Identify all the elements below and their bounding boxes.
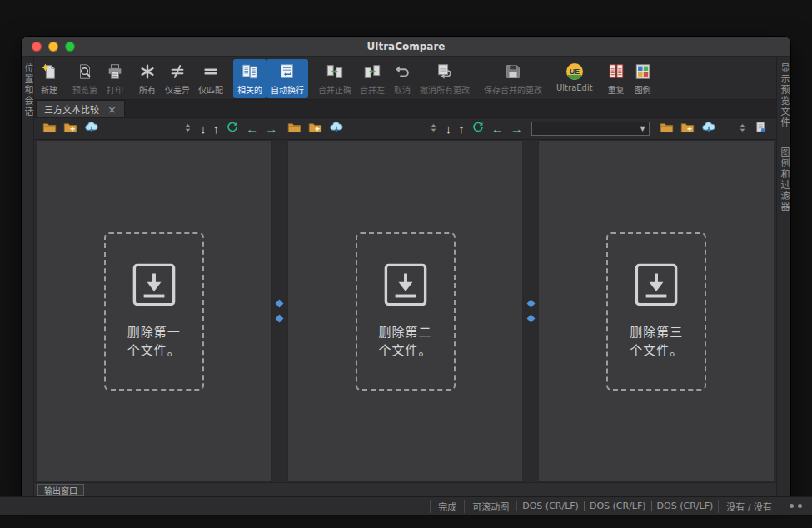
status-encodings: DOS (CR/LF) DOS (CR/LF) DOS (CR/LF) <box>516 501 718 511</box>
save-merged-changes-button[interactable]: 保存合并的更改 <box>480 59 546 98</box>
splitter-handle-icon[interactable] <box>276 300 284 308</box>
undo-icon <box>393 61 411 82</box>
page-edit-icon <box>755 121 768 137</box>
pane2-sort-button[interactable] <box>426 122 441 137</box>
matches-only-button[interactable]: 仅匹配 <box>194 59 227 98</box>
status-selection: 没有 / 没有 <box>718 500 780 513</box>
undo-all-icon <box>436 61 454 82</box>
right-arrow-icon: → <box>265 122 277 135</box>
pane3-cloud-button[interactable] <box>700 119 718 138</box>
pane2-prev-diff-button[interactable]: ↑ <box>456 122 466 136</box>
print-preview-button[interactable]: 预览第 <box>68 59 102 98</box>
pane1-prev-diff-button[interactable]: ↑ <box>212 122 222 136</box>
splitter-handle-icon[interactable] <box>276 315 284 323</box>
compare-pane-1: 删除第一 个文件。 <box>36 140 272 482</box>
pane-splitter-2[interactable] <box>523 140 538 482</box>
pane2-new-folder-button[interactable] <box>306 120 324 138</box>
pane1-merge-left-button[interactable]: ← <box>244 122 260 136</box>
dropzone-text: 删除第三 个文件。 <box>630 323 683 361</box>
dropzone-text-line1: 删除第一 <box>127 323 181 342</box>
pane1-cloud-button[interactable] <box>82 119 101 138</box>
ultraedit-button[interactable]: UE UltraEdit <box>552 59 597 98</box>
pane2-merge-right-button[interactable]: → <box>509 122 525 136</box>
merge-right-button[interactable]: 合并正确 <box>314 59 356 98</box>
rail-divider <box>780 137 788 137</box>
down-arrow-icon: ↓ <box>200 122 207 135</box>
ultracompare-window: UltraCompare 位置和会话 新建 预览第 <box>22 37 790 496</box>
pane2-merge-left-button[interactable]: ← <box>490 122 506 136</box>
splitter-handle-icon[interactable] <box>526 315 535 323</box>
tab-close-icon[interactable]: × <box>107 104 117 115</box>
pane3-file-combobox[interactable]: ▼ <box>531 122 650 136</box>
related-lines-button[interactable]: 相关的 <box>233 59 267 98</box>
ultraedit-logo-icon: UE <box>565 61 585 82</box>
pane1-sort-button[interactable] <box>181 122 195 137</box>
new-file-icon <box>40 61 58 82</box>
legend-button[interactable]: 图例 <box>630 59 656 98</box>
close-window-button[interactable] <box>32 42 42 52</box>
pane3-dropzone[interactable]: 删除第三 个文件。 <box>606 232 706 391</box>
refresh-icon <box>471 121 485 137</box>
add-folder-icon <box>680 121 695 137</box>
pane3-sort-button[interactable] <box>735 122 750 137</box>
pane2-open-folder-button[interactable] <box>286 120 303 138</box>
pane2-next-diff-button[interactable]: ↓ <box>444 122 454 136</box>
save-icon <box>504 61 522 82</box>
pane1-toolbar-group: ↓ ↑ ← → <box>37 119 282 138</box>
splitter-handle-icon[interactable] <box>526 300 535 308</box>
undo-button[interactable]: 取消 <box>389 59 416 98</box>
print-button[interactable]: 打印 <box>102 59 128 98</box>
word-wrap-button[interactable]: 自动换行 <box>267 59 308 98</box>
pane1-merge-right-button[interactable]: → <box>263 122 279 136</box>
down-arrow-icon: ↓ <box>446 122 452 135</box>
chevron-down-icon: ▼ <box>640 125 645 132</box>
pane1-next-diff-button[interactable]: ↓ <box>198 122 208 136</box>
merge-right-icon <box>326 61 344 82</box>
merge-left-icon <box>363 61 381 82</box>
zoom-window-button[interactable] <box>65 42 75 52</box>
dropzone-text-line1: 删除第三 <box>630 323 683 342</box>
open-folder-icon <box>287 121 301 137</box>
pane2-cloud-button[interactable] <box>327 119 346 138</box>
pane3-new-folder-button[interactable] <box>679 120 696 138</box>
merge-left-button[interactable]: 合并左 <box>356 59 389 98</box>
edit-layout-button[interactable] <box>753 120 770 137</box>
traffic-lights <box>22 42 75 52</box>
legend-filters-panel-tab[interactable]: 图例和过滤器 <box>777 141 790 217</box>
pane2-dropzone[interactable]: 删除第二 个文件。 <box>356 232 456 391</box>
preview-files-panel-tab[interactable]: 显示预览文件 <box>777 57 790 133</box>
pane1-dropzone[interactable]: 删除第一 个文件。 <box>104 232 204 391</box>
compare-panes: 删除第一 个文件。 删除第二 <box>34 140 776 482</box>
main-toolbar: 新建 预览第 打印 <box>34 57 776 100</box>
right-panel-rail: 显示预览文件 图例和过滤器 <box>776 57 790 496</box>
pane3-open-folder-button[interactable] <box>658 120 675 138</box>
legend-icon <box>634 61 652 82</box>
duplicates-button[interactable]: 重复 <box>603 59 630 98</box>
pane1-new-folder-button[interactable] <box>62 120 79 138</box>
differences-only-button[interactable]: 仅差异 <box>161 59 194 98</box>
dot-icon <box>798 504 802 508</box>
dropzone-text-line2: 个文件。 <box>378 341 431 361</box>
pane-toolbar: ↓ ↑ ← → ↓ ↑ ← → <box>34 118 776 140</box>
download-file-icon <box>383 262 428 311</box>
sessions-panel-tab[interactable]: 位置和会话 <box>21 57 34 122</box>
title-bar: UltraCompare <box>22 37 790 57</box>
status-scroll-mode: 可滚动图 <box>464 500 516 513</box>
minimize-window-button[interactable] <box>48 42 58 52</box>
window-title: UltraCompare <box>22 41 790 52</box>
pane1-refresh-button[interactable] <box>224 120 241 137</box>
dot-icon <box>790 504 794 508</box>
output-window-tab[interactable]: 输出窗口 <box>37 484 84 496</box>
asterisk-icon <box>138 61 157 82</box>
dropzone-text: 删除第二 个文件。 <box>378 323 431 361</box>
tab-three-way-text-compare[interactable]: 三方文本比较 × <box>36 100 125 117</box>
pane-splitter-1[interactable] <box>272 140 287 482</box>
new-button[interactable]: 新建 <box>36 59 62 98</box>
show-all-button[interactable]: 所有 <box>134 59 161 98</box>
undo-all-changes-button[interactable]: 撤消所有更改 <box>416 59 474 98</box>
status-encoding-1: DOS (CR/LF) <box>517 501 584 511</box>
pane1-open-folder-button[interactable] <box>41 120 58 138</box>
equal-icon <box>202 61 220 82</box>
session-tabbar: 三方文本比较 × <box>34 100 776 118</box>
pane2-refresh-button[interactable] <box>470 120 486 137</box>
